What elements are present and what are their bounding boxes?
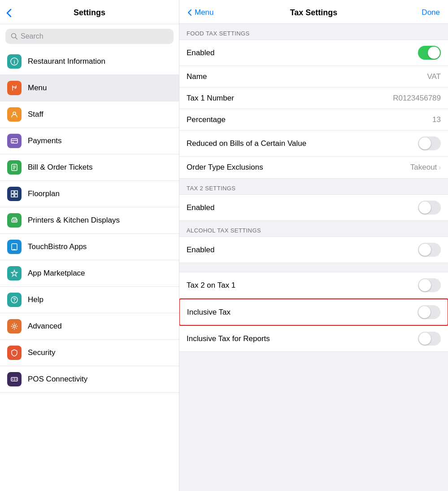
menu-list: iRestaurant InformationMenuStaffPayments… <box>0 48 179 491</box>
menu-icon <box>7 81 22 95</box>
sidebar-item-label-app-marketplace: App Marketplace <box>28 269 85 278</box>
bill-order-tickets-icon <box>7 160 22 175</box>
settings-row-alcohol-enabled[interactable]: Enabled <box>179 237 448 263</box>
row-label-inclusive-tax: Inclusive Tax <box>187 308 231 317</box>
section-general: Tax 2 on Tax 1Inclusive TaxInclusive Tax… <box>179 263 448 352</box>
left-panel: Settings Search iRestaurant InformationM… <box>0 0 179 491</box>
back-label: Menu <box>195 8 214 17</box>
sidebar-item-menu[interactable]: Menu <box>0 75 179 101</box>
svg-text:i: i <box>13 59 15 65</box>
settings-group-food-tax: EnabledNameVATTax 1 NumberR0123456789Per… <box>179 39 448 179</box>
settings-title: Settings <box>74 8 105 18</box>
row-value-food-name: VAT <box>427 72 441 81</box>
sidebar-item-label-printers-kitchen: Printers & Kitchen Displays <box>28 216 120 225</box>
staff-icon <box>7 107 22 122</box>
help-icon: ? <box>7 293 22 307</box>
section-header-food-tax: FOOD TAX SETTINGS <box>179 24 448 39</box>
row-value-food-percentage: 13 <box>432 115 441 124</box>
search-icon <box>11 33 18 40</box>
sidebar-item-restaurant-information[interactable]: iRestaurant Information <box>0 48 179 75</box>
settings-row-food-enabled[interactable]: Enabled <box>179 40 448 66</box>
settings-group-tax2: Enabled <box>179 194 448 221</box>
toggle-tax2-enabled[interactable] <box>418 201 441 215</box>
done-button[interactable]: Done <box>422 8 440 17</box>
sidebar-item-payments[interactable]: Payments <box>0 128 179 154</box>
row-label-food-reduced: Reduced on Bills of a Certain Value <box>187 139 306 148</box>
svg-point-18 <box>16 219 17 220</box>
sidebar-item-floorplan[interactable]: Floorplan <box>0 181 179 207</box>
touchbistro-apps-icon <box>7 240 22 254</box>
sidebar-item-label-restaurant-information: Restaurant Information <box>28 57 105 66</box>
row-label-tax2-enabled: Enabled <box>187 203 214 212</box>
right-header: Menu Tax Settings Done <box>179 0 448 24</box>
pos-connectivity-icon <box>7 372 22 386</box>
search-bar[interactable]: Search <box>5 29 174 44</box>
svg-rect-15 <box>15 194 17 197</box>
section-food-tax: FOOD TAX SETTINGSEnabledNameVATTax 1 Num… <box>179 24 448 179</box>
section-header-tax2: TAX 2 SETTINGS <box>179 179 448 194</box>
chevron-right-icon: › <box>439 164 441 171</box>
svg-rect-13 <box>15 191 17 193</box>
settings-row-food-percentage: Percentage13 <box>179 109 448 131</box>
toggle-tax2-on-tax1[interactable] <box>418 278 441 292</box>
toggle-alcohol-enabled[interactable] <box>418 243 441 257</box>
svg-rect-7 <box>12 142 14 143</box>
sidebar-item-touchbistro-apps[interactable]: TouchBistro Apps <box>0 234 179 260</box>
advanced-icon <box>7 319 22 333</box>
settings-row-food-tax1number: Tax 1 NumberR0123456789 <box>179 88 448 109</box>
settings-row-food-order-exclusions[interactable]: Order Type ExclusionsTakeout › <box>179 157 448 178</box>
sidebar-item-label-advanced: Advanced <box>28 322 62 331</box>
security-icon <box>7 346 22 360</box>
settings-row-tax2-enabled[interactable]: Enabled <box>179 195 448 220</box>
row-label-food-enabled: Enabled <box>187 48 214 57</box>
section-tax2: TAX 2 SETTINGSEnabled <box>179 179 448 221</box>
sidebar-item-pos-connectivity[interactable]: POS Connectivity <box>0 366 179 393</box>
printers-kitchen-icon <box>7 213 22 228</box>
sidebar-item-app-marketplace[interactable]: App Marketplace <box>0 260 179 287</box>
sidebar-item-printers-kitchen[interactable]: Printers & Kitchen Displays <box>0 207 179 234</box>
row-value-food-order-exclusions[interactable]: Takeout › <box>410 163 441 172</box>
sidebar-item-label-pos-connectivity: POS Connectivity <box>28 375 87 384</box>
sidebar-item-security[interactable]: Security <box>0 340 179 366</box>
toggle-inclusive-tax[interactable] <box>418 305 440 319</box>
settings-group-alcohol-tax: Enabled <box>179 237 448 263</box>
restaurant-information-icon: i <box>7 54 22 69</box>
right-panel: Menu Tax Settings Done FOOD TAX SETTINGS… <box>179 0 448 491</box>
row-label-tax2-on-tax1: Tax 2 on Tax 1 <box>187 281 235 290</box>
section-header-alcohol-tax: ALCOHOL TAX SETTINGS <box>179 221 448 237</box>
row-label-food-name: Name <box>187 72 207 81</box>
search-placeholder: Search <box>21 32 43 40</box>
settings-row-food-reduced[interactable]: Reduced on Bills of a Certain Value <box>179 131 448 157</box>
sidebar-item-staff[interactable]: Staff <box>0 101 179 128</box>
toggle-inclusive-tax-reports[interactable] <box>418 332 441 346</box>
sidebar-item-label-touchbistro-apps: TouchBistro Apps <box>28 242 87 251</box>
svg-rect-17 <box>13 220 16 221</box>
svg-rect-5 <box>11 139 17 143</box>
toggle-food-enabled[interactable] <box>418 46 441 60</box>
section-alcohol-tax: ALCOHOL TAX SETTINGSEnabled <box>179 221 448 263</box>
settings-group-general: Tax 2 on Tax 1Inclusive TaxInclusive Tax… <box>179 272 448 352</box>
svg-point-23 <box>13 325 16 328</box>
svg-line-1 <box>16 38 17 39</box>
svg-text:?: ? <box>13 297 16 302</box>
sidebar-item-label-menu: Menu <box>28 83 47 92</box>
page-title: Tax Settings <box>290 8 338 18</box>
row-label-inclusive-tax-reports: Inclusive Tax for Reports <box>187 334 270 343</box>
back-button[interactable] <box>6 9 12 18</box>
settings-row-inclusive-tax[interactable]: Inclusive Tax <box>179 298 448 326</box>
svg-rect-14 <box>11 194 14 197</box>
settings-row-inclusive-tax-reports[interactable]: Inclusive Tax for Reports <box>179 326 448 351</box>
sections-container: FOOD TAX SETTINGSEnabledNameVATTax 1 Num… <box>179 24 448 352</box>
sidebar-item-help[interactable]: ?Help <box>0 287 179 313</box>
sidebar-item-bill-order-tickets[interactable]: Bill & Order Tickets <box>0 154 179 181</box>
sidebar-item-advanced[interactable]: Advanced <box>0 313 179 340</box>
svg-rect-19 <box>12 244 17 250</box>
sidebar-item-label-help: Help <box>28 295 43 304</box>
sidebar-item-label-security: Security <box>28 348 55 357</box>
toggle-food-reduced[interactable] <box>418 136 441 150</box>
settings-row-tax2-on-tax1[interactable]: Tax 2 on Tax 1 <box>179 272 448 298</box>
floorplan-icon <box>7 187 22 201</box>
menu-back-button[interactable]: Menu <box>187 8 214 17</box>
spacer-general <box>179 263 448 272</box>
sidebar-item-label-floorplan: Floorplan <box>28 189 60 198</box>
